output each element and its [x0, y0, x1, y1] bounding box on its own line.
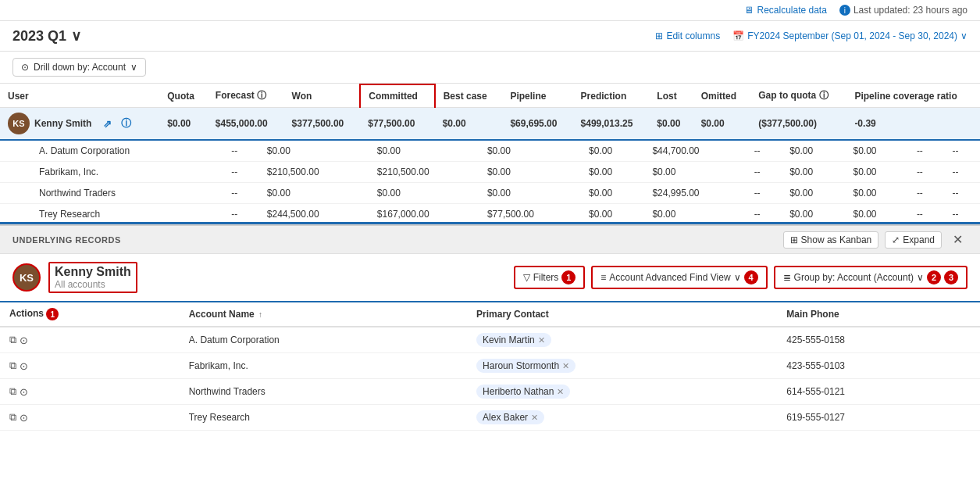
sub-row-cell-11: --	[944, 162, 980, 183]
person-left: KS Kenny Smith All accounts	[12, 262, 137, 293]
afv-icon: ≡	[600, 272, 606, 283]
open-record-icon[interactable]: ⧉	[9, 360, 16, 372]
sub-row-cell-4: $0.00	[479, 141, 581, 162]
forecast-sub-row: Trey Research--$244,500.00$167,000.00$77…	[0, 204, 980, 225]
top-bar-right: 🖥 Recalculate data i Last updated: 23 ho…	[744, 5, 968, 16]
open-record-icon[interactable]: ⧉	[9, 385, 16, 398]
sub-row-cell-3: $0.00	[369, 141, 479, 162]
sub-row-cell-5: $0.00	[581, 204, 644, 225]
groupby-badge-3: 3	[944, 270, 958, 284]
underlying-header-actions: ⊞ Show as Kanban ⤢ Expand ✕	[783, 231, 968, 249]
sub-row-cell-5: $0.00	[581, 162, 644, 183]
expand-row-icon[interactable]: ⇗	[99, 116, 115, 131]
person-name-box: Kenny Smith All accounts	[48, 262, 137, 293]
main-omitted: $0.00	[693, 108, 751, 141]
sub-row-cell-2: $210,500.00	[259, 162, 369, 183]
expand-icon: ⤢	[892, 234, 900, 245]
sub-row-cell-6: $0.00	[644, 162, 746, 183]
groupby-chevron-icon: ∨	[917, 272, 924, 283]
sub-row-cell-9: $0.00	[846, 162, 909, 183]
sub-row-cell-0: A. Datum Corporation	[0, 141, 223, 162]
forecast-table: User Quota Forecast ⓘ Won Committed Best…	[0, 84, 980, 141]
expand-button[interactable]: ⤢ Expand	[885, 231, 942, 249]
main-won: $377,500.00	[284, 108, 361, 141]
filter-icon: ▽	[523, 272, 530, 283]
sub-row-cell-3: $167,000.00	[369, 204, 479, 225]
more-actions-icon[interactable]: ⊙	[20, 335, 28, 346]
fy-period-button[interactable]: 📅 FY2024 September (Sep 01, 2024 - Sep 3…	[732, 30, 968, 41]
forecast-main-row: KS Kenny Smith ⇗ ⓘ $0.00 $455,000.00 $37…	[0, 108, 980, 141]
edit-columns-label: Edit columns	[666, 30, 720, 41]
last-updated: i Last updated: 23 hours ago	[839, 5, 968, 16]
sub-row-cell-7: --	[747, 141, 782, 162]
primary-contact-cell: Alex Baker ✕	[467, 405, 777, 431]
sub-row-cell-1: --	[223, 162, 259, 183]
remove-contact-icon[interactable]: ✕	[562, 361, 569, 371]
col-quota: Quota	[159, 84, 208, 108]
account-advanced-find-view-button[interactable]: ≡ Account Advanced Find View ∨ 4	[591, 266, 767, 289]
top-bar: 🖥 Recalculate data i Last updated: 23 ho…	[0, 0, 980, 21]
afv-chevron-icon: ∨	[734, 272, 741, 283]
table-row: ⧉ ⊙ A. Datum Corporation Kevin Martin ✕ …	[0, 327, 980, 353]
contact-name: Alex Baker	[483, 412, 528, 423]
more-actions-icon[interactable]: ⊙	[20, 412, 28, 424]
filters-button[interactable]: ▽ Filters 1	[514, 266, 586, 289]
main-best-case: $0.00	[435, 108, 503, 141]
sub-row-cell-8: $0.00	[782, 162, 845, 183]
open-record-icon[interactable]: ⧉	[9, 411, 16, 424]
groupby-label: Group by: Account (Account)	[794, 272, 914, 283]
recalculate-icon: 🖥	[744, 5, 754, 16]
main-phone-cell: 423-555-0103	[777, 353, 980, 379]
drill-down-label: Drill down by: Account	[34, 62, 126, 73]
fy-chevron-icon: ∨	[960, 30, 968, 41]
table-row: ⧉ ⊙ Trey Research Alex Baker ✕ 619-555-0…	[0, 405, 980, 431]
user-actions: ⇗ ⓘ	[99, 116, 134, 131]
remove-contact-icon[interactable]: ✕	[531, 413, 538, 423]
recalculate-button[interactable]: 🖥 Recalculate data	[744, 5, 826, 16]
period-title[interactable]: 2023 Q1 ∨	[12, 27, 81, 45]
main-user-cell: KS Kenny Smith ⇗ ⓘ	[0, 108, 159, 141]
main-forecast: $455,000.00	[208, 108, 284, 141]
remove-contact-icon[interactable]: ✕	[538, 335, 545, 345]
actions-col: ⧉ ⊙	[9, 385, 170, 398]
drill-down-button[interactable]: ⊙ Drill down by: Account ∨	[12, 58, 146, 77]
person-right: ▽ Filters 1 ≡ Account Advanced Find View…	[514, 266, 968, 289]
forecast-sub-table: A. Datum Corporation--$0.00$0.00$0.00$0.…	[0, 141, 980, 224]
sub-row-cell-1: --	[223, 141, 259, 162]
filters-label: Filters	[533, 272, 559, 283]
sub-row-cell-1: --	[223, 204, 259, 225]
main-lost: $0.00	[649, 108, 693, 141]
records-table: Actions 1 Account Name ↑ Primary Contact…	[0, 302, 980, 431]
edit-columns-button[interactable]: ⊞ Edit columns	[655, 30, 720, 41]
actions-cell: ⧉ ⊙	[0, 379, 180, 405]
sub-row-cell-10: --	[909, 204, 945, 225]
more-actions-icon[interactable]: ⊙	[20, 360, 28, 372]
col-pipeline: Pipeline	[502, 84, 572, 108]
period-chevron-icon: ∨	[71, 27, 81, 45]
account-name-cell: Northwind Traders	[180, 379, 467, 405]
info-row-icon[interactable]: ⓘ	[118, 116, 134, 131]
contact-name: Heriberto Nathan	[483, 386, 554, 397]
col-main-phone: Main Phone	[777, 302, 980, 327]
groupby-icon: ≣	[783, 272, 791, 283]
avatar: KS	[8, 113, 30, 134]
sub-row-cell-9: $0.00	[846, 183, 909, 204]
sub-row-cell-4: $77,500.00	[479, 204, 581, 225]
show-kanban-button[interactable]: ⊞ Show as Kanban	[783, 231, 879, 249]
close-button[interactable]: ✕	[948, 231, 968, 249]
filter-badge: 1	[561, 270, 576, 284]
remove-contact-icon[interactable]: ✕	[557, 387, 564, 397]
sub-row-cell-2: $244,500.00	[259, 204, 369, 225]
contact-name: Kevin Martin	[483, 335, 535, 345]
sub-row-cell-2: $0.00	[259, 141, 369, 162]
more-actions-icon[interactable]: ⊙	[20, 386, 28, 398]
sub-row-cell-10: --	[909, 183, 945, 204]
col-omitted: Omitted	[693, 84, 751, 108]
col-gap: Gap to quota ⓘ	[750, 84, 846, 108]
sub-row-cell-3: $0.00	[369, 183, 479, 204]
sub-row-cell-11: --	[944, 183, 980, 204]
actions-cell: ⧉ ⊙	[0, 353, 180, 379]
group-by-button[interactable]: ≣ Group by: Account (Account) ∨ 2 3	[774, 266, 968, 289]
open-record-icon[interactable]: ⧉	[9, 334, 16, 346]
sub-row-cell-9: $0.00	[846, 204, 909, 225]
